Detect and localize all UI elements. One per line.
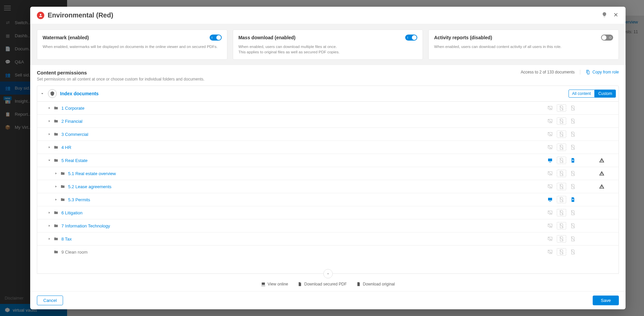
tree-row: 9 Clean room — [37, 246, 619, 258]
view-online-icon[interactable] — [545, 209, 555, 216]
close-button[interactable] — [613, 12, 619, 19]
download-secured-icon[interactable] — [557, 144, 566, 151]
mass-download-desc: When enabled, users can download multipl… — [238, 44, 418, 55]
folder-label[interactable]: 8 Tax — [61, 236, 72, 242]
folder-label[interactable]: 5.3 Permits — [68, 197, 90, 202]
settings-cards: Watermark (enabled) I When enabled, wate… — [30, 24, 626, 65]
tree-row: 5 Real Estate — [37, 154, 619, 167]
folder-label[interactable]: 7 Information Technology — [61, 223, 110, 228]
folder-label[interactable]: 4 HR — [61, 145, 71, 150]
chevron-down-icon[interactable] — [47, 158, 51, 162]
folder-label[interactable]: 2 Financial — [61, 119, 83, 124]
tree-row: 1 Corporate — [37, 102, 619, 115]
index-documents-link[interactable]: Index documents — [60, 91, 99, 96]
download-original-icon[interactable] — [568, 196, 578, 203]
tree-root-chevron[interactable] — [40, 91, 45, 96]
watermark-toggle[interactable]: I — [210, 35, 222, 41]
custom-button[interactable]: Custom — [595, 90, 616, 98]
download-original-icon[interactable] — [568, 130, 578, 138]
all-content-button[interactable]: All content — [569, 90, 595, 98]
download-original-icon[interactable] — [568, 209, 578, 216]
tree-root-icon — [48, 89, 57, 98]
mass-download-card: Mass download (enabled) I When enabled, … — [233, 30, 423, 60]
chevron-right-icon[interactable] — [47, 132, 51, 136]
tree-row: 5.3 Permits — [37, 193, 619, 206]
download-original-icon[interactable] — [568, 183, 578, 190]
download-secured-icon[interactable] — [557, 222, 566, 229]
download-secured-icon[interactable] — [557, 183, 566, 190]
collapse-handle[interactable] — [323, 269, 333, 278]
view-online-icon[interactable] — [545, 170, 555, 177]
folder-label[interactable]: 5.1 Real estate overview — [68, 171, 116, 176]
tree-row: 8 Tax — [37, 232, 619, 246]
chevron-right-icon[interactable] — [47, 106, 51, 110]
chevron-right-icon[interactable] — [47, 119, 51, 123]
folder-icon — [53, 210, 59, 215]
folder-label[interactable]: 9 Clean room — [61, 250, 88, 255]
chevron-right-icon[interactable] — [54, 171, 58, 175]
download-secured-icon[interactable] — [557, 170, 566, 177]
chevron-right-icon[interactable] — [54, 185, 58, 189]
view-online-icon[interactable] — [545, 144, 555, 151]
folder-icon — [60, 171, 65, 176]
download-secured-icon[interactable] — [557, 130, 566, 138]
download-original-icon[interactable] — [568, 117, 578, 125]
download-original-icon[interactable] — [568, 235, 578, 243]
view-online-icon[interactable] — [545, 104, 555, 112]
chevron-right-icon[interactable] — [47, 237, 51, 241]
copy-icon — [586, 70, 590, 74]
view-online-icon[interactable] — [545, 130, 555, 138]
folder-icon — [53, 158, 59, 163]
download-secured-icon[interactable] — [557, 248, 566, 256]
view-online-icon[interactable] — [545, 248, 555, 256]
folder-label[interactable]: 1 Corporate — [61, 106, 85, 111]
legend-view: View online — [261, 282, 288, 286]
folder-label[interactable]: 5 Real Estate — [61, 158, 88, 163]
chevron-right-icon[interactable] — [47, 145, 51, 149]
help-icon[interactable] — [601, 12, 607, 19]
folder-label[interactable]: 3 Commercial — [61, 132, 88, 137]
mass-download-title: Mass download (enabled) — [238, 35, 296, 40]
view-online-icon[interactable] — [545, 196, 555, 203]
activity-desc: When enabled, users can download content… — [434, 44, 613, 49]
download-secured-icon[interactable] — [557, 104, 566, 112]
folder-tree: 1 Corporate2 Financial3 Commercial4 HR5 … — [37, 102, 619, 274]
view-online-icon[interactable] — [545, 235, 555, 243]
download-secured-icon[interactable] — [557, 209, 566, 216]
download-secured-icon[interactable] — [557, 117, 566, 125]
view-online-icon[interactable] — [545, 183, 555, 190]
download-secured-icon[interactable] — [557, 157, 566, 164]
folder-icon — [53, 145, 59, 150]
download-secured-icon[interactable] — [557, 235, 566, 243]
folder-icon — [53, 119, 59, 123]
content-title: Content permissions — [37, 70, 205, 75]
download-original-icon[interactable] — [568, 170, 578, 177]
activity-toggle[interactable]: O — [601, 35, 613, 41]
view-online-icon[interactable] — [545, 157, 555, 164]
watermark-card: Watermark (enabled) I When enabled, wate… — [37, 30, 227, 60]
modal-footer: Cancel Save — [30, 291, 626, 309]
save-button[interactable]: Save — [593, 296, 619, 305]
download-original-icon[interactable] — [568, 144, 578, 151]
chevron-right-icon[interactable] — [47, 224, 51, 228]
tree-row: 5.2 Lease agreements — [37, 180, 619, 193]
download-original-icon[interactable] — [568, 222, 578, 229]
download-original-icon[interactable] — [568, 157, 578, 164]
copy-link-label: Copy from role — [592, 70, 619, 74]
download-secured-icon[interactable] — [557, 196, 566, 203]
view-online-icon[interactable] — [545, 222, 555, 229]
folder-icon — [60, 184, 65, 189]
chevron-right-icon[interactable] — [54, 198, 58, 202]
cancel-button[interactable]: Cancel — [37, 296, 63, 305]
view-online-icon[interactable] — [545, 117, 555, 125]
folder-label[interactable]: 6 Litigation — [61, 210, 83, 215]
warning-icon — [599, 158, 604, 163]
folder-label[interactable]: 5.2 Lease agreements — [68, 184, 111, 189]
download-original-icon[interactable] — [568, 248, 578, 256]
chevron-right-icon[interactable] — [47, 211, 51, 215]
download-original-icon[interactable] — [568, 104, 578, 112]
tree-row: 6 Litigation — [37, 206, 619, 219]
warning-icon — [599, 171, 604, 176]
mass-download-toggle[interactable]: I — [405, 35, 417, 41]
copy-from-role-link[interactable]: Copy from role — [586, 70, 619, 74]
